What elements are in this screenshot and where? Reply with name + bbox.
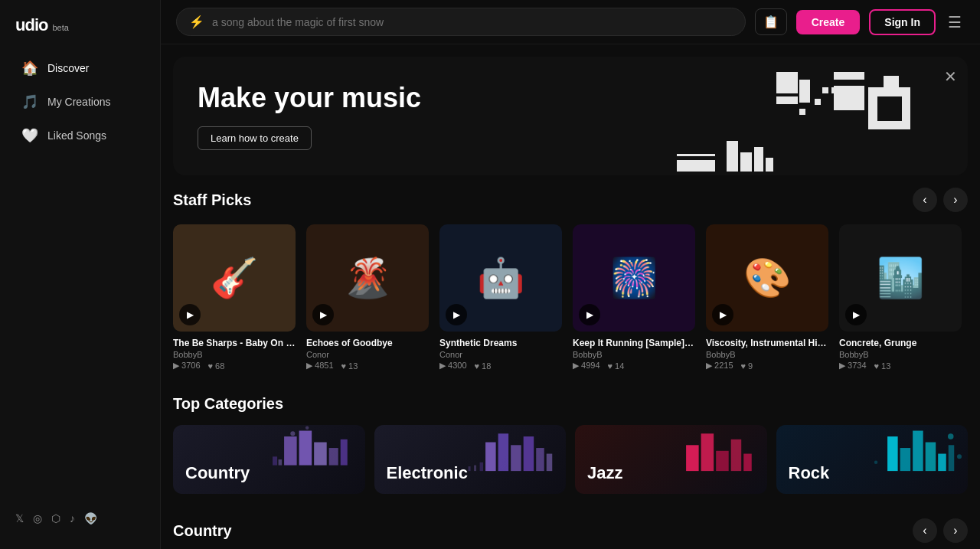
- like-count: ♥ 18: [475, 361, 492, 371]
- reddit-icon[interactable]: 👽: [84, 512, 97, 524]
- play-button[interactable]: ▶: [446, 304, 467, 325]
- svg-rect-40: [716, 451, 729, 471]
- sidebar: udio beta 🏠 Discover 🎵 My Creations 🤍 Li…: [0, 0, 161, 549]
- tiktok-icon[interactable]: ♪: [70, 512, 75, 524]
- search-input[interactable]: [212, 16, 733, 28]
- country-title: Country: [173, 522, 232, 540]
- sidebar-label-liked-songs: Liked Songs: [47, 129, 106, 142]
- twitter-icon[interactable]: 𝕏: [15, 512, 24, 524]
- categories-grid: Country Electronic Jazz Rock: [173, 425, 968, 494]
- staff-pick-card-2[interactable]: 🤖 ▶ Synthetic Dreams Conor ▶ 4300 ♥ 18: [439, 224, 562, 371]
- svg-rect-6: [799, 109, 805, 115]
- search-bar: ⚡: [176, 8, 746, 36]
- play-button[interactable]: ▶: [712, 304, 733, 325]
- staff-picks-nav: ‹ ›: [913, 188, 968, 212]
- svg-rect-30: [498, 433, 508, 471]
- play-count: ▶ 4300: [439, 361, 467, 371]
- signin-button[interactable]: Sign In: [869, 9, 936, 35]
- instagram-icon[interactable]: ◎: [33, 512, 42, 524]
- create-button[interactable]: Create: [796, 10, 861, 34]
- staff-picks-header: Staff Picks ‹ ›: [173, 188, 968, 212]
- staff-picks-section: Staff Picks ‹ › 🎸 ▶ The Be Sharps - Baby…: [161, 188, 980, 389]
- category-card-country[interactable]: Country: [173, 425, 365, 494]
- staff-pick-card-1[interactable]: 🌋 ▶ Echoes of Goodbye Conor ▶ 4851 ♥ 13: [306, 224, 429, 371]
- staff-pick-card-0[interactable]: 🎸 ▶ The Be Sharps - Baby On Board,... Bo…: [173, 224, 296, 371]
- music-note-icon: 🎵: [21, 93, 38, 110]
- svg-rect-32: [523, 436, 534, 471]
- svg-rect-19: [677, 156, 715, 160]
- logo: udio beta: [0, 12, 160, 51]
- svg-rect-35: [479, 462, 483, 471]
- play-button[interactable]: ▶: [845, 304, 867, 325]
- sidebar-footer: 𝕏 ◎ ⬡ ♪ 👽: [0, 500, 160, 537]
- country-next[interactable]: ›: [943, 518, 968, 543]
- card-image: 🎆 ▶: [573, 224, 695, 332]
- card-stats: ▶ 4994 ♥ 14: [573, 361, 695, 371]
- play-button[interactable]: ▶: [579, 304, 600, 325]
- country-header: Country ‹ ›: [173, 518, 968, 543]
- staff-picks-next[interactable]: ›: [943, 188, 968, 212]
- sidebar-item-liked-songs[interactable]: 🤍 Liked Songs: [6, 119, 154, 152]
- category-card-rock[interactable]: Rock: [776, 425, 969, 494]
- svg-rect-15: [754, 147, 763, 172]
- card-image: 🏙️ ▶: [839, 224, 962, 332]
- lightning-icon: ⚡: [189, 15, 204, 29]
- sidebar-item-my-creations[interactable]: 🎵 My Creations: [6, 86, 154, 118]
- copy-button[interactable]: 📋: [755, 8, 787, 35]
- play-count: ▶ 3734: [839, 361, 867, 371]
- learn-button[interactable]: Learn how to create: [198, 126, 312, 150]
- play-button[interactable]: ▶: [179, 304, 201, 325]
- svg-rect-38: [686, 445, 699, 471]
- svg-rect-16: [766, 158, 773, 172]
- svg-rect-36: [474, 466, 476, 472]
- card-stats: ▶ 3734 ♥ 13: [839, 361, 962, 371]
- staff-pick-card-4[interactable]: 🎨 ▶ Viscosity, Instrumental Hip Hop Bobb…: [706, 224, 828, 371]
- category-label-rock: Rock: [789, 463, 830, 483]
- category-card-jazz[interactable]: Jazz: [575, 425, 767, 494]
- svg-rect-22: [314, 443, 327, 466]
- logo-text: udio: [15, 15, 47, 35]
- country-prev[interactable]: ‹: [913, 518, 937, 543]
- svg-rect-20: [284, 436, 297, 466]
- staff-pick-card-3[interactable]: 🎆 ▶ Keep It Running [Sample], Danc... Bo…: [573, 224, 695, 371]
- card-author: BobbyB: [173, 350, 296, 359]
- svg-rect-25: [273, 456, 277, 465]
- category-card-electronic[interactable]: Electronic: [374, 425, 567, 494]
- heart-icon: 🤍: [21, 127, 38, 144]
- discord-icon[interactable]: ⬡: [51, 512, 60, 524]
- like-count: ♥ 14: [608, 361, 625, 371]
- menu-icon[interactable]: ☰: [945, 10, 965, 34]
- svg-rect-41: [731, 440, 742, 471]
- svg-rect-18: [677, 145, 715, 154]
- sidebar-item-discover[interactable]: 🏠 Discover: [6, 52, 154, 84]
- home-icon: 🏠: [21, 60, 38, 77]
- svg-rect-1: [776, 96, 798, 104]
- card-stats: ▶ 4851 ♥ 13: [306, 361, 429, 371]
- category-label-electronic: Electronic: [387, 463, 468, 483]
- close-banner-button[interactable]: ✕: [944, 67, 957, 86]
- card-image: 🎸 ▶: [173, 224, 296, 332]
- svg-rect-47: [938, 454, 946, 472]
- category-label-country: Country: [185, 463, 250, 483]
- svg-rect-45: [913, 431, 923, 472]
- country-nav: ‹ ›: [913, 518, 968, 543]
- svg-rect-12: [884, 76, 899, 87]
- staff-picks-title: Staff Picks: [173, 191, 251, 209]
- staff-picks-prev[interactable]: ‹: [913, 188, 937, 212]
- play-button[interactable]: ▶: [312, 304, 334, 325]
- card-author: BobbyB: [839, 350, 962, 359]
- main-content: ⚡ 📋 Create Sign In ☰ Make your music Lea…: [161, 0, 980, 549]
- svg-rect-11: [877, 96, 902, 121]
- staff-picks-cards: 🎸 ▶ The Be Sharps - Baby On Board,... Bo…: [173, 224, 968, 371]
- card-image: 🤖 ▶: [439, 224, 562, 332]
- country-shapes: [250, 425, 364, 494]
- card-stats: ▶ 3706 ♥ 68: [173, 361, 296, 371]
- staff-pick-card-5[interactable]: 🏙️ ▶ Concrete, Grunge BobbyB ▶ 3734 ♥ 13: [839, 224, 962, 371]
- svg-rect-46: [925, 443, 936, 472]
- svg-rect-37: [468, 466, 470, 471]
- svg-rect-0: [776, 72, 798, 93]
- svg-rect-21: [299, 431, 312, 466]
- svg-rect-42: [743, 454, 752, 472]
- card-stats: ▶ 2215 ♥ 9: [706, 361, 828, 371]
- svg-rect-8: [834, 64, 864, 72]
